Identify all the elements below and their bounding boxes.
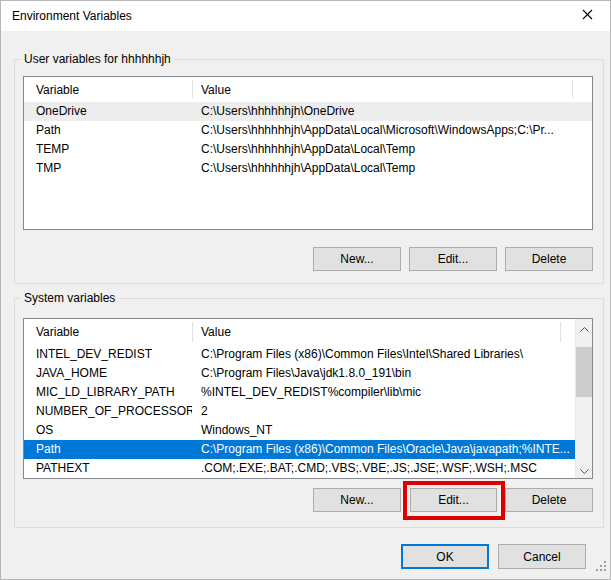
ok-button[interactable]: OK (401, 544, 489, 569)
variable-value-cell: C:\Users\hhhhhhjh\AppData\Local\Temp (192, 140, 592, 159)
scrollbar-thumb[interactable] (576, 347, 593, 397)
variable-value-cell: C:\Users\hhhhhhjh\OneDrive (192, 102, 592, 121)
vertical-scrollbar[interactable] (575, 319, 592, 478)
scroll-up-button[interactable] (576, 319, 593, 336)
variable-value-cell: 2 (192, 402, 577, 421)
column-divider[interactable] (192, 80, 193, 99)
cancel-button[interactable]: Cancel (498, 544, 586, 569)
column-header-value[interactable]: Value (192, 83, 231, 97)
column-divider[interactable] (192, 322, 193, 342)
user-new-button[interactable]: New... (313, 247, 401, 271)
variable-row[interactable]: PathC:\Users\hhhhhhjh\AppData\Local\Micr… (24, 121, 592, 140)
variable-value-cell: .COM;.EXE;.BAT;.CMD;.VBS;.VBE;.JS;.JSE;.… (192, 459, 577, 478)
variable-name-cell: PATHEXT (24, 459, 192, 478)
user-edit-button[interactable]: Edit... (409, 247, 497, 271)
variable-row[interactable]: INTEL_DEV_REDISTC:\Program Files (x86)\C… (24, 345, 577, 364)
system-delete-button[interactable]: Delete (505, 488, 593, 512)
variable-value-cell: C:\Program Files (x86)\Common Files\Inte… (192, 345, 577, 364)
variable-name-cell: Path (24, 121, 192, 140)
user-rows: OneDriveC:\Users\hhhhhhjh\OneDrivePathC:… (24, 102, 592, 178)
variable-value-cell: C:\Program Files\Java\jdk1.8.0_191\bin (192, 364, 577, 383)
titlebar[interactable]: Environment Variables (1, 1, 610, 31)
system-variables-list[interactable]: Variable Value INTEL_DEV_REDISTC:\Progra… (23, 318, 593, 479)
chevron-down-icon (580, 463, 589, 477)
variable-row[interactable]: PathC:\Program Files (x86)\Common Files\… (24, 440, 577, 459)
variable-value-cell: %INTEL_DEV_REDIST%compiler\lib\mic (192, 383, 577, 402)
variable-row[interactable]: TMPC:\Users\hhhhhhjh\AppData\Local\Temp (24, 159, 592, 178)
variable-row[interactable]: PATHEXT.COM;.EXE;.BAT;.CMD;.VBS;.VBE;.JS… (24, 459, 577, 478)
system-rows: INTEL_DEV_REDISTC:\Program Files (x86)\C… (24, 345, 592, 478)
scroll-down-button[interactable] (576, 461, 593, 478)
variable-name-cell: TEMP (24, 140, 192, 159)
variable-name-cell: OneDrive (24, 102, 192, 121)
variable-name-cell: Path (24, 440, 192, 459)
variable-name-cell: TMP (24, 159, 192, 178)
column-header-variable[interactable]: Variable (24, 325, 192, 339)
variable-row[interactable]: OneDriveC:\Users\hhhhhhjh\OneDrive (24, 102, 592, 121)
variable-row[interactable]: JAVA_HOMEC:\Program Files\Java\jdk1.8.0_… (24, 364, 577, 383)
window-title: Environment Variables (1, 9, 132, 23)
variable-row[interactable]: MIC_LD_LIBRARY_PATH%INTEL_DEV_REDIST%com… (24, 383, 577, 402)
column-header-value[interactable]: Value (192, 325, 231, 339)
variable-value-cell: Windows_NT (192, 421, 577, 440)
user-delete-button[interactable]: Delete (505, 247, 593, 271)
column-divider[interactable] (560, 322, 561, 342)
chevron-up-icon (580, 321, 589, 335)
variable-name-cell: NUMBER_OF_PROCESSORS (24, 402, 192, 421)
user-variables-list[interactable]: Variable Value OneDriveC:\Users\hhhhhhjh… (23, 76, 593, 230)
variable-name-cell: INTEL_DEV_REDIST (24, 345, 192, 364)
variable-row[interactable]: TEMPC:\Users\hhhhhhjh\AppData\Local\Temp (24, 140, 592, 159)
user-list-header: Variable Value (24, 77, 592, 102)
user-variables-group-title: User variables for hhhhhhjh (20, 52, 175, 66)
environment-variables-dialog: Environment Variables User variables for… (0, 0, 611, 580)
variable-value-cell: C:\Users\hhhhhhjh\AppData\Local\Temp (192, 159, 592, 178)
column-divider[interactable] (572, 80, 573, 99)
variable-name-cell: MIC_LD_LIBRARY_PATH (24, 383, 192, 402)
variable-row[interactable]: OSWindows_NT (24, 421, 577, 440)
variable-row[interactable]: NUMBER_OF_PROCESSORS2 (24, 402, 577, 421)
variable-value-cell: C:\Users\hhhhhhjh\AppData\Local\Microsof… (192, 121, 592, 140)
column-header-variable[interactable]: Variable (24, 83, 192, 97)
resize-grip-icon[interactable] (596, 561, 607, 575)
system-list-header: Variable Value (24, 319, 577, 345)
system-new-button[interactable]: New... (313, 488, 401, 512)
close-button[interactable] (565, 1, 610, 31)
system-edit-button[interactable]: Edit... (410, 488, 497, 512)
close-icon (582, 9, 593, 23)
variable-name-cell: OS (24, 421, 192, 440)
variable-value-cell: C:\Program Files (x86)\Common Files\Orac… (192, 440, 577, 459)
variable-name-cell: JAVA_HOME (24, 364, 192, 383)
system-variables-group-title: System variables (20, 291, 119, 305)
